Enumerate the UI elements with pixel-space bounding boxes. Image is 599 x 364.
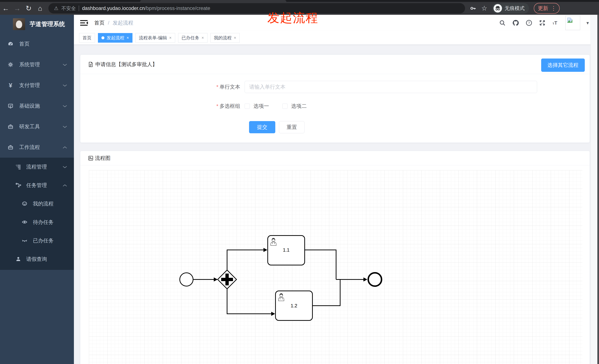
close-icon[interactable]: ×: [169, 35, 172, 40]
image-icon: [88, 155, 94, 161]
font-size-icon[interactable]: TT: [552, 19, 559, 26]
sidebar-item-done-tasks[interactable]: 已办任务: [0, 231, 74, 250]
window-scrollbar[interactable]: [597, 15, 599, 364]
tags-view-bar: 首页 发起流程 × 流程表单-编辑 × 已办任务 × 我的流程 ×: [74, 31, 597, 45]
close-icon[interactable]: ×: [202, 35, 204, 40]
sidebar-item-label: 流程管理: [26, 163, 47, 170]
tag-done-tasks[interactable]: 已办任务 ×: [178, 33, 208, 43]
sidebar-item-system[interactable]: 系统管理: [0, 54, 74, 75]
checkbox-label: 选项一: [254, 103, 269, 110]
person-icon: [16, 256, 21, 262]
url-bar[interactable]: ⚠ 不安全 dashboard.yudao.iocoder.cn/bpm/pro…: [48, 3, 465, 13]
sidebar-item-payment[interactable]: ¥ 支付管理: [0, 75, 74, 96]
page-scrollbar-track[interactable]: [590, 15, 597, 364]
tag-form-edit[interactable]: 流程表单-编辑 ×: [135, 33, 175, 43]
flow-nodes-icon: [16, 182, 21, 188]
browser-active-tab[interactable]: [140, 0, 286, 2]
svg-text:T: T: [554, 20, 557, 26]
bookmark-star-icon[interactable]: ☆: [481, 4, 487, 12]
incognito-label: 无痕模式: [505, 5, 525, 12]
field-label: *多选框组: [80, 103, 245, 110]
checkbox-icon[interactable]: [282, 103, 288, 109]
sidebar-item-devtools[interactable]: 研发工具: [0, 116, 74, 137]
fullscreen-icon[interactable]: [539, 19, 546, 26]
workflow-submenu: 流程管理 任务管理 我的流程 待办任务: [0, 158, 74, 270]
submit-button[interactable]: 提交: [249, 121, 275, 133]
svg-text:T: T: [553, 22, 554, 25]
card-title: 申请信息【测试多审批人】: [95, 61, 158, 68]
password-key-icon[interactable]: [469, 5, 476, 12]
chevron-up-icon: [62, 182, 67, 188]
broken-image-icon: [567, 17, 573, 23]
sidebar-item-label: 工作流程: [19, 144, 40, 151]
chevron-down-icon: [62, 62, 67, 68]
bpmn-end-event[interactable]: [368, 273, 381, 286]
chevron-up-icon: [62, 144, 67, 150]
tag-label: 流程表单-编辑: [139, 35, 167, 41]
single-line-text-input[interactable]: [245, 81, 537, 93]
choose-other-process-button[interactable]: 选择其它流程: [541, 59, 585, 72]
avatar[interactable]: [565, 16, 580, 30]
reset-button[interactable]: 重置: [279, 121, 305, 133]
breadcrumb-home[interactable]: 首页: [94, 19, 105, 26]
eye-closed-icon: [22, 238, 28, 244]
gear-icon: [7, 61, 14, 68]
chevron-down-icon: [62, 124, 67, 130]
checkbox-option-1[interactable]: 选项一: [245, 103, 269, 110]
bpmn-arrowhead: [271, 312, 275, 316]
close-icon[interactable]: ×: [234, 35, 236, 40]
search-icon[interactable]: [499, 19, 506, 26]
bpmn-canvas[interactable]: 1.1: [89, 170, 582, 364]
url-divider: [79, 6, 79, 11]
sidebar-item-home[interactable]: 首页: [0, 34, 74, 54]
github-icon[interactable]: [512, 19, 519, 26]
top-navbar: 首页 / 发起流程 ? TT: [74, 15, 597, 31]
sidebar-item-label: 请假查询: [26, 256, 47, 263]
home-icon[interactable]: ⌂: [34, 4, 46, 12]
tag-my-process[interactable]: 我的流程 ×: [211, 33, 240, 43]
checkbox-icon[interactable]: [245, 103, 250, 109]
sidebar-item-process-mgmt[interactable]: 流程管理: [0, 158, 74, 176]
sidebar-collapse-icon[interactable]: [80, 19, 88, 27]
sidebar-item-label: 任务管理: [26, 182, 47, 189]
required-asterisk: *: [216, 103, 218, 109]
help-icon[interactable]: ?: [526, 19, 532, 26]
url-path: /bpm/process-instance/create: [145, 6, 210, 11]
bpmn-start-event[interactable]: [180, 273, 193, 286]
sidebar: 芋道管理系统 首页 系统管理 ¥ 支付管理 基础设施: [0, 15, 74, 364]
sidebar-item-workflow[interactable]: 工作流程: [0, 137, 74, 158]
monitor-check-icon: [7, 103, 14, 109]
breadcrumb-separator: /: [108, 20, 109, 26]
not-secure-label[interactable]: 不安全: [61, 5, 76, 12]
bpmn-flow-line: [312, 279, 340, 306]
sidebar-item-my-process[interactable]: 我的流程: [0, 195, 74, 213]
forward-icon[interactable]: →: [11, 4, 23, 12]
sidebar-item-label: 我的流程: [33, 200, 53, 207]
sidebar-item-leave-query[interactable]: 请假查询: [0, 250, 74, 268]
avatar-caret-icon[interactable]: ▾: [586, 20, 589, 26]
sidebar-item-label: 支付管理: [19, 82, 40, 89]
chrome-menu-icon[interactable]: ⋮: [551, 6, 556, 11]
required-asterisk: *: [216, 84, 218, 90]
page-content: 申请信息【测试多审批人】 选择其它流程 *单行文本 *多选框组 选项一: [74, 45, 597, 364]
process-diagram-card: 流程图: [80, 151, 590, 364]
bpmn-arrowhead: [363, 277, 367, 281]
reload-icon[interactable]: ↻: [23, 4, 34, 12]
briefcase-icon: [7, 144, 14, 151]
sidebar-item-todo-tasks[interactable]: 待办任务: [0, 213, 74, 231]
tag-home[interactable]: 首页: [79, 33, 95, 43]
tag-start-process[interactable]: 发起流程 ×: [98, 33, 132, 43]
sidebar-item-infra[interactable]: 基础设施: [0, 96, 74, 116]
checkbox-field-row: *多选框组 选项一 选项二: [80, 103, 590, 110]
app-logo[interactable]: 芋道管理系统: [0, 15, 74, 34]
bpmn-flow-line: [227, 289, 272, 314]
back-icon[interactable]: ←: [0, 4, 11, 12]
sidebar-item-label: 首页: [19, 40, 30, 47]
sidebar-item-task-mgmt[interactable]: 任务管理: [0, 176, 74, 195]
dashboard-icon: [7, 41, 14, 47]
chrome-update-button[interactable]: 更新 ⋮: [534, 3, 560, 14]
text-field-row: *单行文本: [80, 81, 590, 93]
checkbox-option-2[interactable]: 选项二: [282, 103, 307, 110]
close-icon[interactable]: ×: [127, 35, 129, 40]
bpmn-task-label: 1.2: [291, 303, 297, 308]
